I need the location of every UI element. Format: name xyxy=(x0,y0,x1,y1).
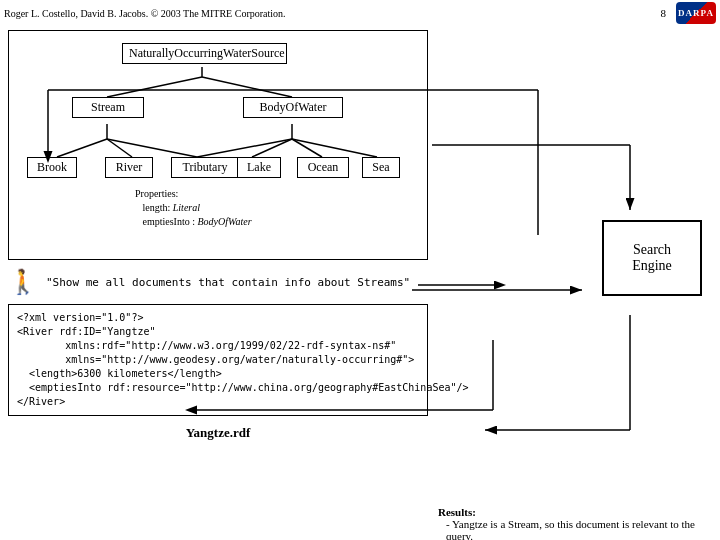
darpa-logo: DARPA xyxy=(676,2,716,24)
search-engine-box: Search Engine xyxy=(602,220,702,296)
person-icon: 🚶 xyxy=(8,270,38,294)
page-number: 8 xyxy=(661,7,667,19)
svg-line-8 xyxy=(197,139,292,157)
node-brook: Brook xyxy=(27,157,77,178)
node-ocean: Ocean xyxy=(297,157,349,178)
xml-filename: Yangtze.rdf xyxy=(8,425,428,441)
credit-text: Roger L. Costello, David B. Jacobs. © 20… xyxy=(4,8,286,19)
node-sea: Sea xyxy=(362,157,400,178)
svg-line-9 xyxy=(252,139,292,157)
svg-line-4 xyxy=(57,139,107,157)
svg-line-11 xyxy=(292,139,377,157)
svg-line-1 xyxy=(107,77,202,97)
query-text: "Show me all documents that contain info… xyxy=(46,276,410,289)
node-stream: Stream xyxy=(72,97,144,118)
results-label: Results: xyxy=(438,506,476,518)
node-river: River xyxy=(105,157,153,178)
query-section: 🚶 "Show me all documents that contain in… xyxy=(8,266,428,298)
xml-content: <?xml version="1.0"?> <River rdf:ID="Yan… xyxy=(8,304,428,416)
node-bodyofwater: BodyOfWater xyxy=(243,97,343,118)
node-lake: Lake xyxy=(237,157,281,178)
node-root: NaturallyOccurringWaterSource xyxy=(122,43,287,64)
right-panel: Search Engine Results: - Yangtze is a St… xyxy=(438,30,712,540)
results-section: Results: - Yangtze is a Stream, so this … xyxy=(438,506,712,540)
ontology-diagram: NaturallyOccurringWaterSource Stream Bod… xyxy=(8,30,428,260)
results-text: - Yangtze is a Stream, so this document … xyxy=(438,518,712,540)
properties-annotation: Properties: length: Literal emptiesInto … xyxy=(135,187,252,229)
svg-line-2 xyxy=(202,77,292,97)
node-tributary: Tributary xyxy=(171,157,239,178)
